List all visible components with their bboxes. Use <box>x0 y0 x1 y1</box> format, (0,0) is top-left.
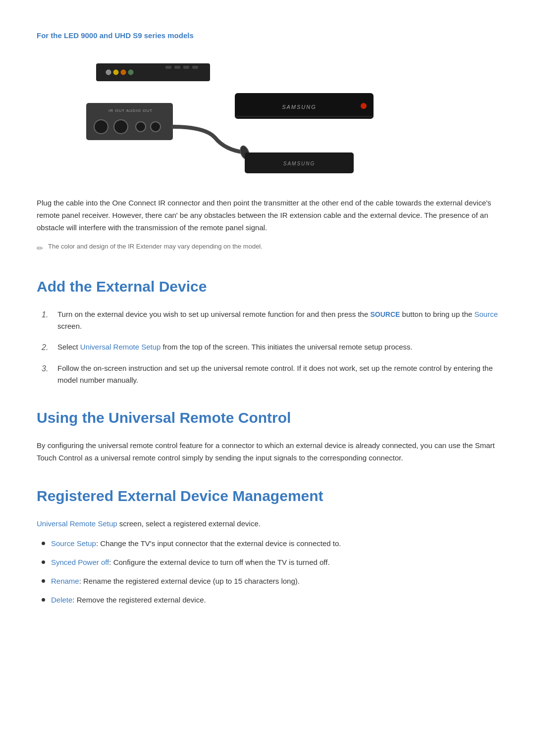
section3-intro: Universal Remote Setup screen, select a … <box>37 518 498 530</box>
universal-remote-setup-link: Universal Remote Setup <box>80 343 161 351</box>
section2-heading: Using the Universal Remote Control <box>37 406 498 430</box>
svg-point-4 <box>128 70 133 75</box>
section3-heading: Registered External Device Management <box>37 484 498 508</box>
svg-point-3 <box>121 70 126 75</box>
pencil-icon: ✏ <box>37 242 43 255</box>
bullet-dot-3 <box>42 579 45 583</box>
section3-bullet-list: Source Setup: Change the TV's input conn… <box>37 538 498 606</box>
list-num-2: 2. <box>42 341 52 354</box>
source-screen-link: Source <box>475 310 498 318</box>
note-text: The color and design of the IR Extender … <box>48 242 263 252</box>
svg-text:IR OUT  AUDIO OUT: IR OUT AUDIO OUT <box>108 108 153 113</box>
bullet-item-synced-power: Synced Power off: Configure the external… <box>42 556 498 568</box>
bullet-item-source-setup: Source Setup: Change the TV's input conn… <box>42 538 498 550</box>
intro-paragraph: Plug the cable into the One Connect IR c… <box>37 197 498 234</box>
svg-point-18 <box>361 103 367 109</box>
svg-point-11 <box>94 120 108 134</box>
section3-intro-text: screen, select a registered external dev… <box>117 519 261 528</box>
bullet-text-2: Synced Power off: Configure the external… <box>51 556 330 568</box>
svg-rect-8 <box>192 66 198 69</box>
svg-rect-5 <box>165 66 171 69</box>
bullet-item-rename: Rename: Rename the registered external d… <box>42 575 498 587</box>
bullet-text-3: Rename: Rename the registered external d… <box>51 575 300 587</box>
svg-text:SAMSUNG: SAMSUNG <box>283 161 316 166</box>
bullet-text-1: Source Setup: Change the TV's input conn… <box>51 538 341 550</box>
svg-point-1 <box>106 70 111 75</box>
list-item-1-text: Turn on the external device you wish to … <box>57 308 498 332</box>
bullet-dot-4 <box>42 598 45 602</box>
page-subtitle: For the LED 9000 and UHD S9 series model… <box>37 30 498 42</box>
list-item-1: 1. Turn on the external device you wish … <box>42 308 498 332</box>
svg-text:SAMSUNG: SAMSUNG <box>282 104 317 110</box>
svg-rect-19 <box>235 116 374 117</box>
delete-link: Delete <box>51 596 72 604</box>
bullet-item-delete: Delete: Remove the registered external d… <box>42 594 498 606</box>
list-item-2-text: Select Universal Remote Setup from the t… <box>57 341 413 353</box>
svg-point-14 <box>151 122 160 132</box>
svg-rect-6 <box>174 66 180 69</box>
section1-heading: Add the External Device <box>37 275 498 299</box>
synced-power-link: Synced Power off <box>51 558 109 566</box>
rename-link: Rename <box>51 577 79 585</box>
svg-point-12 <box>114 120 128 134</box>
svg-point-2 <box>113 70 118 75</box>
list-item-2: 2. Select Universal Remote Setup from th… <box>42 341 498 354</box>
svg-rect-7 <box>183 66 189 69</box>
list-num-3: 3. <box>42 362 52 375</box>
list-num-1: 1. <box>42 308 52 321</box>
device-illustration: IR OUT AUDIO OUT SAMSUNG SAMSUNG <box>37 53 383 182</box>
source-setup-link: Source Setup <box>51 539 96 548</box>
bullet-text-4: Delete: Remove the registered external d… <box>51 594 206 606</box>
universal-remote-setup-link-2: Universal Remote Setup <box>37 519 117 528</box>
bullet-dot-2 <box>42 560 45 564</box>
section1-list: 1. Turn on the external device you wish … <box>37 308 498 387</box>
list-item-3-text: Follow the on-screen instruction and set… <box>57 362 498 386</box>
source-button-link: SOURCE <box>370 310 400 318</box>
list-item-3: 3. Follow the on-screen instruction and … <box>42 362 498 386</box>
section2-body: By configuring the universal remote cont… <box>37 440 498 464</box>
bullet-dot-1 <box>42 542 45 545</box>
svg-point-13 <box>136 122 146 132</box>
note-row: ✏ The color and design of the IR Extende… <box>37 242 498 255</box>
